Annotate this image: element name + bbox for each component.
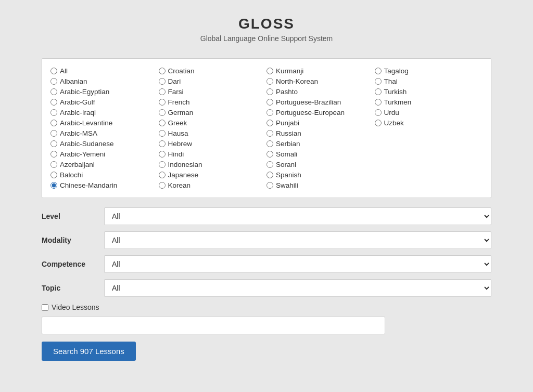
language-radio[interactable] [159,182,166,189]
language-radio[interactable] [266,151,273,158]
language-radio[interactable] [50,88,57,95]
search-button[interactable]: Search 907 Lessons [42,342,136,361]
language-radio-label: Albanian [60,77,87,85]
language-radio-item[interactable]: Arabic-Levantine [50,118,159,128]
language-radio-item[interactable]: Dari [159,76,267,86]
language-radio[interactable] [159,172,166,178]
language-radio[interactable] [159,99,166,106]
language-radio-item[interactable]: Tagalog [375,66,483,76]
language-radio-item[interactable]: Arabic-Gulf [50,97,159,107]
level-select[interactable]: All [104,207,491,225]
language-radio[interactable] [266,109,273,116]
language-radio[interactable] [375,120,382,126]
language-radio-item[interactable]: Sorani [266,160,375,169]
language-radio[interactable] [375,99,382,106]
language-radio-item[interactable]: Russian [266,128,375,138]
language-radio[interactable] [266,161,273,168]
language-radio-item[interactable]: Serbian [266,139,375,149]
language-radio[interactable] [159,130,166,137]
language-radio-item[interactable]: Uzbek [375,118,483,128]
language-radio-item[interactable]: Kurmanji [266,66,375,76]
language-radio-item[interactable]: Arabic-Iraqi [50,108,159,117]
language-radio-label: Portuguese-European [276,109,345,116]
language-radio-item[interactable]: Turkish [375,87,483,97]
language-radio-label: Dari [168,77,181,85]
language-radio-item[interactable]: Turkmen [375,97,483,107]
language-radio-item[interactable]: Pashto [266,87,375,97]
language-radio[interactable] [50,151,57,158]
search-input[interactable] [42,317,385,334]
language-radio[interactable] [159,151,166,158]
language-radio[interactable] [266,88,273,95]
language-radio[interactable] [50,182,57,189]
language-radio[interactable] [50,68,57,74]
language-radio[interactable] [159,88,166,95]
language-radio-item[interactable]: Indonesian [159,160,267,169]
language-radio-item[interactable]: Greek [159,118,267,128]
language-radio[interactable] [159,161,166,168]
language-radio-item[interactable]: Thai [375,76,483,86]
language-radio[interactable] [159,120,166,126]
language-radio-item[interactable]: German [159,108,267,117]
language-radio[interactable] [266,130,273,137]
language-radio[interactable] [266,182,273,189]
language-radio[interactable] [50,140,57,147]
language-radio-item[interactable]: Hebrew [159,139,267,149]
language-radio-item[interactable]: Croatian [159,66,267,76]
language-radio[interactable] [159,68,166,74]
language-radio[interactable] [375,78,382,85]
language-radio[interactable] [266,68,273,74]
language-radio-item[interactable]: Farsi [159,87,267,97]
language-radio[interactable] [50,78,57,85]
language-radio[interactable] [375,68,382,74]
language-radio[interactable] [266,78,273,85]
language-radio[interactable] [266,120,273,126]
language-radio-item[interactable]: Punjabi [266,118,375,128]
video-lessons-label[interactable]: Video Lessons [52,303,99,311]
language-radio[interactable] [375,109,382,116]
competence-select[interactable]: All [104,255,491,273]
language-radio-label: Japanese [168,171,199,179]
language-radio[interactable] [266,140,273,147]
language-radio-item[interactable]: French [159,97,267,107]
language-radio-item[interactable]: Arabic-MSA [50,128,159,138]
language-radio-item[interactable]: All [50,66,159,76]
language-radio-item[interactable]: Albanian [50,76,159,86]
language-radio-item[interactable]: Balochi [50,170,159,180]
language-radio-item[interactable]: Korean [159,180,267,190]
language-radio-item[interactable]: Azerbaijani [50,160,159,169]
video-lessons-checkbox[interactable] [42,304,48,311]
language-radio-item[interactable]: Portuguese-European [266,108,375,117]
language-radio-item[interactable]: Arabic-Egyptian [50,87,159,97]
language-radio[interactable] [159,109,166,116]
language-radio[interactable] [266,99,273,106]
language-radio-item[interactable]: Arabic-Sudanese [50,139,159,149]
modality-select[interactable]: All [104,231,491,249]
language-radio[interactable] [50,120,57,126]
language-radio-label: Pashto [276,88,298,96]
language-radio-item[interactable]: Hindi [159,149,267,159]
language-radio-item[interactable]: Urdu [375,108,483,117]
topic-select[interactable]: All [104,279,491,297]
language-radio[interactable] [375,88,382,95]
language-radio-item[interactable]: Spanish [266,170,375,180]
language-radio[interactable] [159,140,166,147]
language-radio[interactable] [50,161,57,168]
language-radio-item[interactable]: Somali [266,149,375,159]
language-radio-item[interactable]: Arabic-Yemeni [50,149,159,159]
language-radio-item[interactable]: Chinese-Mandarin [50,180,159,190]
language-radio[interactable] [50,99,57,106]
language-radio[interactable] [266,172,273,178]
app-subtitle: Global Language Online Support System [42,34,491,43]
language-radio[interactable] [159,78,166,85]
language-radio[interactable] [50,130,57,137]
language-radio-item[interactable]: Hausa [159,128,267,138]
language-radio-label: Farsi [168,88,184,96]
language-radio[interactable] [50,109,57,116]
language-radio-item[interactable]: Swahili [266,180,375,190]
language-radio-item[interactable]: Japanese [159,170,267,180]
language-radio-label: All [60,67,68,75]
language-radio[interactable] [50,172,57,178]
language-radio-item[interactable]: Portuguese-Brazilian [266,97,375,107]
language-radio-item[interactable]: North-Korean [266,76,375,86]
